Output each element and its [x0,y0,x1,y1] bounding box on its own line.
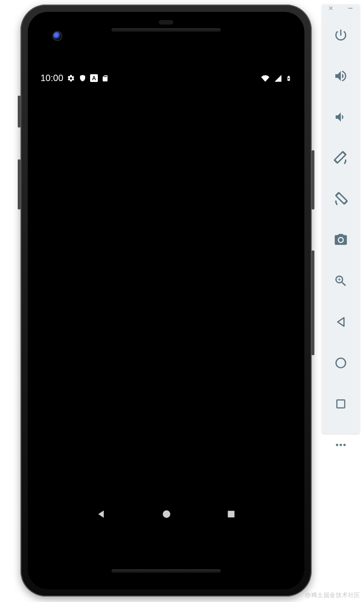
zoom-button[interactable] [331,271,350,291]
toolbar-buttons [322,13,359,454]
svg-point-0 [163,510,171,518]
toolbar-window-controls [322,5,359,13]
status-bar-right [260,74,292,83]
svg-rect-2 [348,8,352,8]
rotate-left-button[interactable] [331,148,350,168]
more-horizontal-icon [334,439,347,451]
power-icon [334,28,348,42]
volume-down-icon [334,110,348,124]
settings-icon [67,74,75,82]
emulator-device-frame: 10:00 A [20,5,312,597]
watermark-text: @稀土掘金技术社区 [305,591,360,599]
close-button[interactable] [328,5,334,13]
svg-point-6 [339,444,342,446]
volume-up-icon [334,69,348,83]
minimize-button[interactable] [347,5,354,13]
rotate-right-button[interactable] [331,189,350,209]
status-bar-clock: 10:00 [40,73,63,83]
minimize-icon [347,5,354,11]
android-navigation-bar [28,494,304,535]
shield-icon [79,74,86,82]
svg-rect-4 [337,400,344,408]
status-bar-left: 10:00 A [40,73,109,83]
toolbar-home-button[interactable] [331,353,350,372]
android-nav-back-button[interactable] [96,509,107,520]
overview-square-icon [335,398,347,410]
battery-charging-icon [286,74,292,83]
svg-point-3 [336,358,346,368]
sensor-notch [159,20,173,25]
home-circle-icon [334,357,347,369]
close-icon [328,5,334,11]
earpiece-speaker [111,28,221,32]
android-status-bar[interactable]: 10:00 A [28,66,304,88]
svg-point-7 [344,444,346,446]
android-nav-overview-button[interactable] [226,509,236,519]
cellular-icon [274,74,282,82]
android-nav-home-button[interactable] [162,509,172,519]
rotate-left-icon [333,150,349,166]
device-side-button [18,159,20,209]
front-camera [53,32,61,40]
camera-icon [334,233,348,247]
badge-a-icon: A [90,74,98,82]
volume-up-button[interactable] [331,66,350,86]
toolbar-back-button[interactable] [331,312,350,332]
device-side-button [312,250,314,355]
toolbar-more-button[interactable] [331,435,350,454]
zoom-in-icon [334,274,348,288]
sd-card-icon [101,74,109,82]
toolbar-overview-button[interactable] [331,394,350,413]
svg-point-5 [336,444,338,446]
screenshot-button[interactable] [331,230,350,250]
device-screen[interactable]: 10:00 A [28,66,304,535]
rotate-right-icon [333,191,349,207]
device-side-button [18,96,20,128]
device-side-button [312,150,314,209]
back-triangle-icon [334,316,347,328]
power-button[interactable] [331,26,350,45]
svg-rect-1 [228,511,235,518]
emulator-toolbar [322,5,359,434]
bottom-speaker [111,569,221,573]
volume-down-button[interactable] [331,107,350,127]
screen-content[interactable] [28,88,304,494]
device-bezel: 10:00 A [28,12,304,589]
wifi-icon [260,74,270,82]
